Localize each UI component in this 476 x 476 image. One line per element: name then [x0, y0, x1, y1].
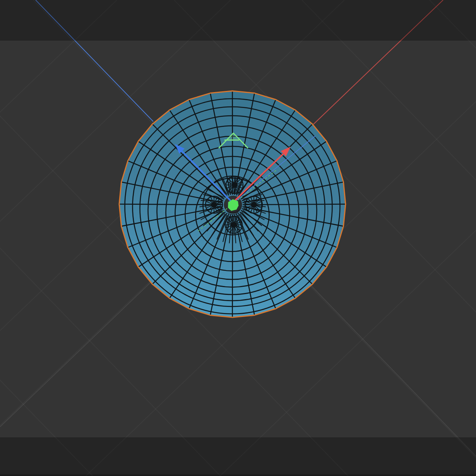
dome-pole-fan	[205, 196, 223, 213]
dome-pole-fan	[225, 216, 242, 233]
dome-pole-fan	[226, 176, 243, 193]
scene-canvas	[0, 0, 476, 476]
viewport-3d[interactable]	[0, 0, 476, 476]
dome-pole-fan	[245, 196, 262, 213]
